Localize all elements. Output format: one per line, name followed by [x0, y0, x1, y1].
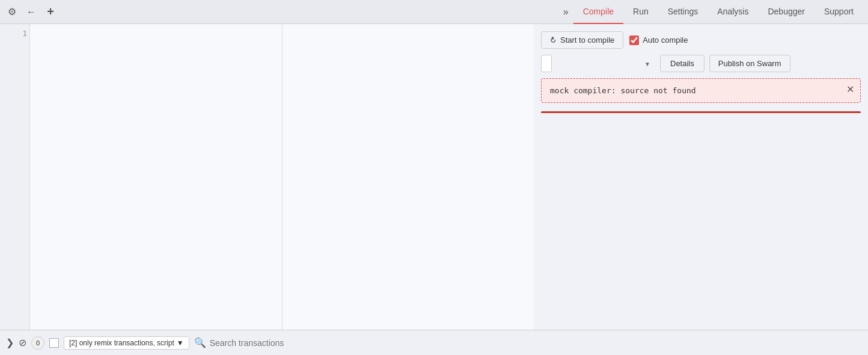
top-toolbar: ⚙ ← + » Compile Run Settings Analysis De…: [0, 0, 868, 24]
tx-filter-select[interactable]: [2] only remix transactions, script ▼: [64, 336, 189, 350]
plus-icon[interactable]: +: [43, 5, 58, 19]
forward-icon[interactable]: »: [563, 7, 569, 17]
search-input[interactable]: [210, 338, 862, 348]
ban-icon[interactable]: ⊘: [19, 337, 26, 348]
toolbar-left: ⚙ ← +: [5, 5, 563, 19]
back-icon[interactable]: ←: [24, 5, 38, 19]
tx-filter-label: [2] only remix transactions, script: [69, 339, 174, 347]
auto-compile-row: Auto compile: [629, 36, 688, 45]
nav-tabs: Compile Run Settings Analysis Debugger S…: [573, 0, 863, 24]
details-button[interactable]: Details: [660, 55, 704, 72]
tab-debugger[interactable]: Debugger: [758, 0, 815, 24]
selector-row: Details Publish on Swarm: [541, 55, 861, 72]
error-divider: [541, 111, 861, 113]
search-area: 🔍: [194, 337, 862, 348]
bottom-bar: ❯ ⊘ 0 [2] only remix transactions, scrip…: [0, 330, 868, 355]
editor-panel: 1: [0, 24, 534, 330]
main-area: 1 ↻ Start to compile Auto compile: [0, 24, 868, 330]
link-icon[interactable]: ⚙: [5, 5, 19, 19]
tx-count-badge: 0: [31, 336, 44, 350]
compile-row: ↻ Start to compile Auto compile: [541, 31, 861, 49]
publish-swarm-button[interactable]: Publish on Swarm: [709, 55, 790, 72]
auto-compile-label: Auto compile: [643, 36, 688, 45]
auto-compile-checkbox[interactable]: [629, 36, 639, 45]
tab-compile[interactable]: Compile: [573, 0, 623, 24]
contract-select[interactable]: [541, 55, 552, 72]
error-box: mock compiler: source not found ✕: [541, 78, 861, 103]
contract-select-wrapper: [541, 55, 655, 72]
error-message: mock compiler: source not found: [550, 86, 696, 95]
chevron-down-icon[interactable]: ❯: [6, 337, 14, 348]
tab-run[interactable]: Run: [623, 0, 658, 24]
tx-filter-chevron: ▼: [177, 339, 184, 347]
tab-support[interactable]: Support: [815, 0, 863, 24]
start-compile-button[interactable]: ↻ Start to compile: [541, 31, 623, 49]
start-compile-label: Start to compile: [560, 36, 614, 45]
refresh-icon: ↻: [548, 34, 558, 45]
line-numbers: 1: [0, 24, 30, 330]
search-icon[interactable]: 🔍: [194, 337, 206, 348]
editor-left[interactable]: [30, 24, 283, 330]
tx-checkbox[interactable]: [49, 338, 59, 348]
tab-settings[interactable]: Settings: [658, 0, 708, 24]
error-close-button[interactable]: ✕: [846, 84, 854, 95]
tab-analysis[interactable]: Analysis: [708, 0, 758, 24]
badge-count: 0: [36, 339, 40, 347]
editor-right[interactable]: [283, 24, 534, 330]
line-number-1: 1: [22, 29, 27, 38]
right-panel: ↻ Start to compile Auto compile Details …: [534, 24, 868, 330]
editor-content[interactable]: [30, 24, 534, 330]
